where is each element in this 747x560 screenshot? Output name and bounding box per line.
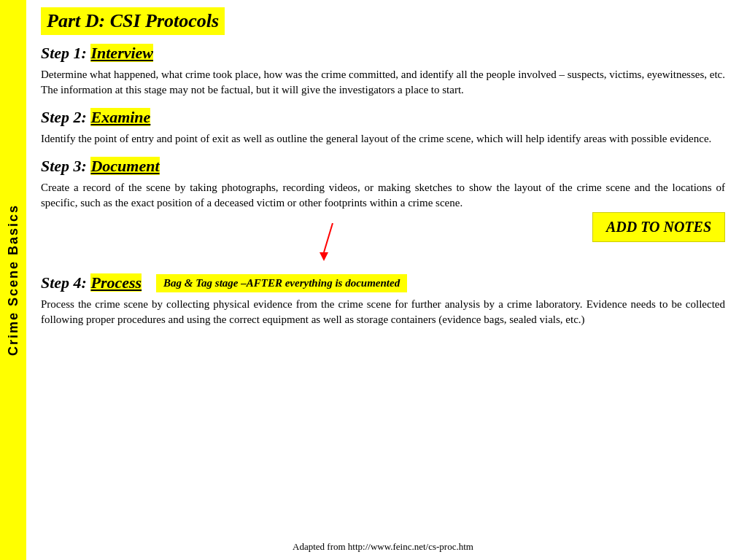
step1-heading: Step 1: Interview (41, 44, 725, 63)
step2-body: Identify the point of entry and point of… (41, 131, 725, 147)
step2-prefix: Step 2: (41, 108, 90, 126)
step4-keyword: Process (90, 273, 142, 292)
add-to-notes-button[interactable]: ADD TO NOTES (592, 212, 725, 242)
sidebar-label: Crime Scene Basics (6, 204, 21, 356)
step3-body: Create a record of the scene by taking p… (41, 180, 725, 211)
step3-heading: Step 3: Document (41, 157, 725, 176)
step4-heading: Step 4: Process (41, 273, 142, 292)
step2-section: Step 2: Examine Identify the point of en… (41, 108, 725, 147)
step1-keyword: Interview (90, 44, 153, 62)
step3-prefix: Step 3: (41, 157, 90, 175)
step1-body: Determine what happened, what crime took… (41, 67, 725, 98)
sidebar: Crime Scene Basics (0, 0, 26, 560)
main-content: Part D: CSI Protocols Step 1: Interview … (26, 0, 747, 560)
step4-section: Step 4: Process Bag & Tag stage –AFTER e… (41, 273, 725, 327)
svg-line-0 (324, 223, 333, 252)
step4-prefix: Step 4: (41, 273, 90, 292)
annotation-arrow (318, 223, 362, 263)
step2-keyword: Examine (90, 108, 150, 126)
step4-heading-row: Step 4: Process Bag & Tag stage –AFTER e… (41, 273, 725, 292)
page-title: Part D: CSI Protocols (41, 7, 725, 44)
step4-body: Process the crime scene by collecting ph… (41, 297, 725, 327)
step1-section: Step 1: Interview Determine what happene… (41, 44, 725, 98)
svg-marker-1 (320, 252, 328, 261)
step3-section: Step 3: Document Create a record of the … (41, 157, 725, 263)
bag-tag-label: Bag & Tag stage –AFTER everything is doc… (156, 274, 407, 292)
step3-keyword: Document (90, 157, 159, 175)
footer: Adapted from http://www.feinc.net/cs-pro… (41, 538, 725, 553)
step1-prefix: Step 1: (41, 44, 90, 62)
footer-text: Adapted from http://www.feinc.net/cs-pro… (293, 541, 473, 552)
step2-heading: Step 2: Examine (41, 108, 725, 127)
